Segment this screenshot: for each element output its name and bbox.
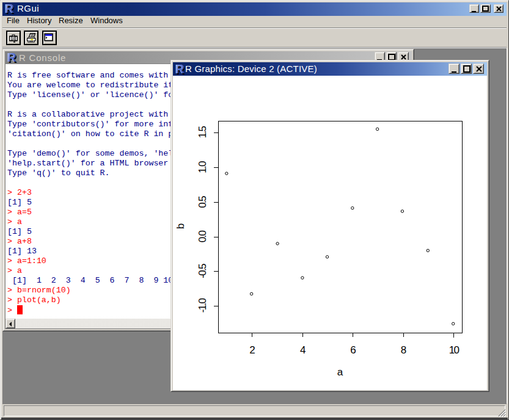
svg-text:0.0: 0.0 xyxy=(197,231,208,243)
svg-text:b: b xyxy=(175,223,186,229)
svg-text:0.5: 0.5 xyxy=(197,196,208,208)
svg-text:a: a xyxy=(337,366,343,378)
svg-text:10: 10 xyxy=(449,344,460,356)
svg-text:-0.5: -0.5 xyxy=(197,264,208,278)
svg-text:-1.0: -1.0 xyxy=(197,299,208,313)
svg-text:8: 8 xyxy=(401,344,406,356)
svg-text:2: 2 xyxy=(249,344,255,356)
svg-text:1.0: 1.0 xyxy=(197,161,208,173)
svg-text:4: 4 xyxy=(300,344,306,356)
svg-text:1.5: 1.5 xyxy=(197,126,208,139)
svg-text:6: 6 xyxy=(350,344,356,356)
